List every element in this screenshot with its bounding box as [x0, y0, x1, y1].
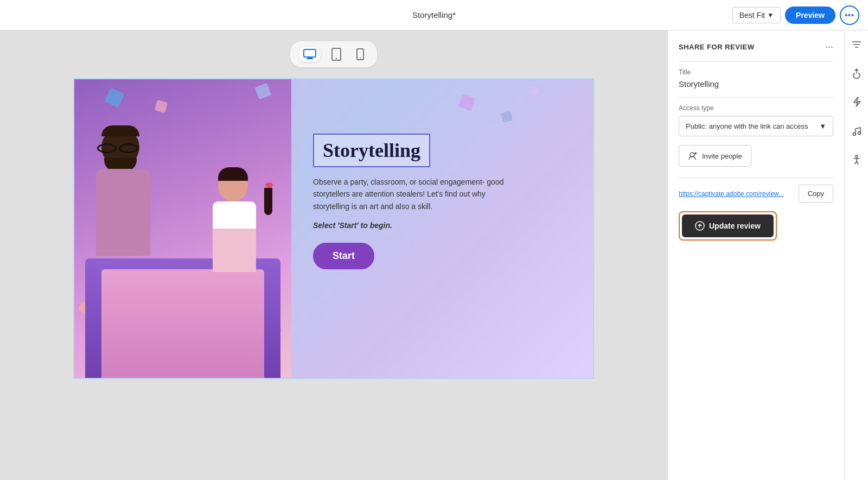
accessibility-icon [851, 154, 862, 165]
device-toolbar [290, 41, 377, 67]
preview-button[interactable]: Preview [785, 7, 835, 24]
access-label: Access type [679, 104, 833, 112]
divider-1 [679, 61, 833, 62]
accessibility-icon-button[interactable] [849, 152, 864, 170]
upload-cloud-icon [695, 221, 705, 231]
touch-icon-button[interactable] [849, 66, 864, 84]
update-review-wrapper: Update review [679, 211, 777, 241]
lightning-icon-button[interactable] [849, 94, 864, 112]
title-value: Storytelling [679, 79, 833, 89]
review-link[interactable]: https://captivate.adobe.com/review... [679, 190, 794, 198]
best-fit-button[interactable]: Best Fit ▼ [732, 7, 781, 23]
invite-label: Invite people [702, 152, 742, 160]
svg-point-15 [858, 132, 860, 135]
document-title: Storytelling* [412, 10, 456, 20]
slide-instruction: Select 'Start' to begin. [313, 221, 571, 230]
touch-icon [851, 68, 862, 79]
filter-icon-button[interactable] [849, 37, 864, 55]
start-button[interactable]: Start [313, 243, 374, 269]
more-options-button[interactable]: ••• [840, 5, 859, 25]
lightning-icon [851, 97, 862, 108]
divider-3 [679, 178, 833, 178]
access-type-section: Access type Public: anyone with the link… [679, 104, 833, 136]
canvas-area: Storytelling Observe a party, classroom,… [0, 30, 667, 480]
slide-content-area: Storytelling Observe a party, classroom,… [291, 79, 593, 378]
right-panel: SHARE FOR REVIEW ··· Title Storytelling … [667, 30, 868, 480]
access-type-dropdown[interactable]: Public: anyone with the link can access … [679, 116, 833, 136]
share-panel: SHARE FOR REVIEW ··· Title Storytelling … [668, 30, 844, 480]
tablet-icon [331, 48, 341, 61]
svg-point-6 [360, 58, 361, 59]
update-review-label: Update review [709, 222, 761, 230]
desktop-view-button[interactable] [299, 47, 321, 62]
more-dots-icon: ••• [845, 11, 854, 20]
slide-description: Observe a party, classroom, or social en… [313, 176, 508, 212]
link-row: https://captivate.adobe.com/review... Co… [679, 185, 833, 203]
chevron-down-icon: ▼ [767, 11, 774, 19]
update-review-button[interactable]: Update review [682, 214, 774, 237]
invite-people-button[interactable]: Invite people [679, 145, 751, 167]
tablet-view-button[interactable] [327, 46, 346, 63]
title-label: Title [679, 68, 833, 76]
best-fit-label: Best Fit [739, 11, 765, 20]
right-sidebar-icons [844, 30, 868, 480]
mobile-view-button[interactable] [352, 46, 368, 62]
filter-icon [851, 39, 862, 50]
svg-rect-0 [304, 49, 316, 57]
svg-point-16 [856, 155, 858, 157]
mobile-icon [356, 48, 364, 60]
access-value: Public: anyone with the link can access [686, 122, 808, 130]
slide-inner: Storytelling Observe a party, classroom,… [74, 79, 593, 378]
svg-point-4 [336, 58, 337, 59]
section-title: SHARE FOR REVIEW [679, 43, 754, 51]
music-icon-button[interactable] [849, 123, 864, 141]
slide-title: Storytelling [313, 134, 430, 167]
slide-canvas: Storytelling Observe a party, classroom,… [73, 78, 594, 379]
slide-image-area [74, 79, 291, 378]
section-more-button[interactable]: ··· [825, 41, 833, 53]
copy-button[interactable]: Copy [799, 185, 833, 203]
top-bar-controls: Best Fit ▼ Preview ••• [732, 5, 859, 25]
top-bar: Storytelling* Best Fit ▼ Preview ••• [0, 0, 868, 30]
desktop-icon [303, 49, 316, 60]
svg-point-14 [853, 133, 856, 136]
section-header: SHARE FOR REVIEW ··· [679, 41, 833, 53]
music-icon [851, 125, 862, 136]
chevron-down-icon: ▼ [819, 122, 826, 130]
main-layout: Storytelling Observe a party, classroom,… [0, 30, 868, 480]
title-field: Title Storytelling [679, 68, 833, 89]
invite-icon [688, 151, 698, 161]
divider-2 [679, 97, 833, 98]
